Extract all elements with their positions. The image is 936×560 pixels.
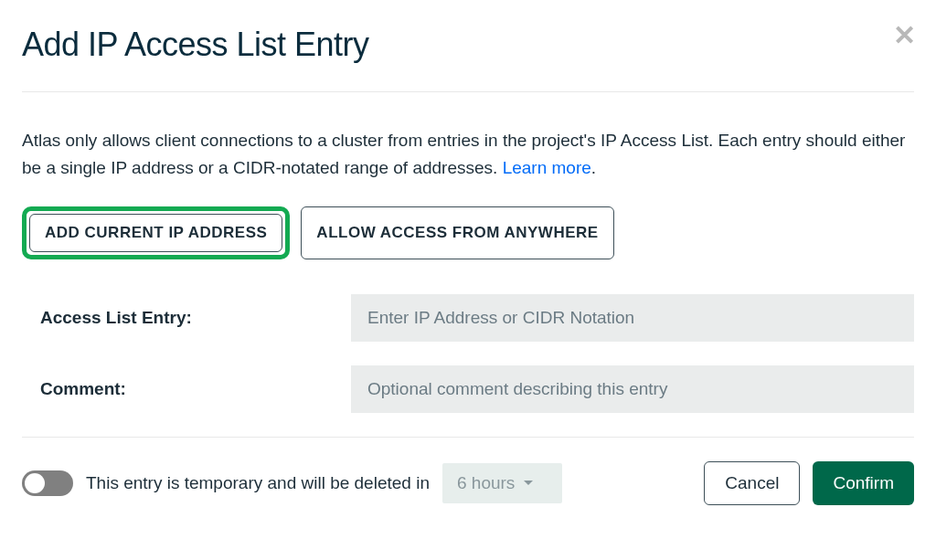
cancel-button[interactable]: Cancel (704, 461, 800, 505)
close-icon[interactable]: ✕ (893, 22, 916, 49)
temporary-label: This entry is temporary and will be dele… (86, 473, 430, 493)
add-ip-access-modal: ✕ Add IP Access List Entry Atlas only al… (0, 0, 936, 527)
modal-description: Atlas only allows client connections to … (22, 127, 914, 183)
confirm-button[interactable]: Confirm (813, 461, 914, 505)
modal-title: Add IP Access List Entry (22, 26, 914, 64)
footer-divider (22, 437, 914, 438)
highlight-frame: ADD CURRENT IP ADDRESS (22, 206, 290, 259)
temporary-toggle[interactable] (22, 470, 73, 496)
description-period: . (591, 158, 596, 177)
access-entry-row: Access List Entry: (22, 294, 914, 342)
comment-row: Comment: (22, 365, 914, 413)
quick-action-row: ADD CURRENT IP ADDRESS ALLOW ACCESS FROM… (22, 206, 914, 259)
allow-anywhere-button[interactable]: ALLOW ACCESS FROM ANYWHERE (301, 206, 613, 259)
duration-dropdown[interactable]: 6 hours (442, 463, 562, 503)
access-entry-input[interactable] (351, 294, 914, 342)
chevron-down-icon (524, 481, 533, 486)
description-text: Atlas only allows client connections to … (22, 131, 905, 177)
duration-value: 6 hours (457, 473, 515, 493)
header-divider (22, 91, 914, 92)
add-current-ip-button[interactable]: ADD CURRENT IP ADDRESS (29, 214, 282, 252)
comment-input[interactable] (351, 365, 914, 413)
access-entry-label: Access List Entry: (40, 308, 351, 328)
toggle-knob (25, 473, 45, 493)
modal-footer: This entry is temporary and will be dele… (22, 461, 914, 505)
comment-label: Comment: (40, 379, 351, 399)
learn-more-link[interactable]: Learn more (503, 158, 591, 177)
